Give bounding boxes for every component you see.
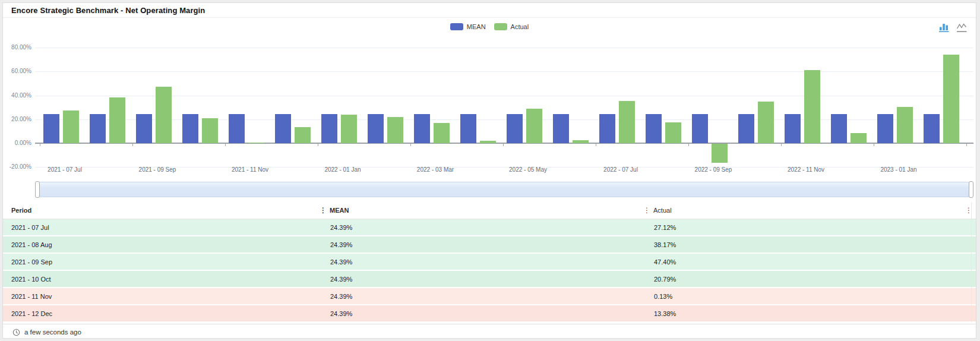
mean-bar[interactable] <box>692 114 708 143</box>
title-bar: Encore Strategic Benchmark - Net Operati… <box>3 3 976 18</box>
mean-bar[interactable] <box>43 114 59 143</box>
mean-bar[interactable] <box>831 114 847 143</box>
cell-mean: 24.39% <box>318 241 642 248</box>
column-menu-icon[interactable]: ⋮ <box>318 206 328 214</box>
column-header-actual[interactable]: ⋮ Actual ⋮ <box>642 206 976 214</box>
x-axis-tick <box>874 144 874 146</box>
mean-bar[interactable] <box>924 114 940 143</box>
mean-bar[interactable] <box>738 114 754 143</box>
actual-bar[interactable] <box>665 122 681 143</box>
slider-right-handle[interactable] <box>969 181 973 198</box>
mean-bar[interactable] <box>90 114 106 143</box>
x-axis-tick <box>410 144 411 146</box>
column-menu-icon[interactable]: ⋮ <box>642 206 652 214</box>
x-axis-label: 2021 - 07 Jul <box>32 166 97 173</box>
cell-period: 2021 - 12 Dec <box>3 310 318 317</box>
x-axis-tick <box>688 144 689 146</box>
actual-bar[interactable] <box>480 141 496 143</box>
actual-bar[interactable] <box>63 110 79 143</box>
cell-mean: 24.39% <box>318 224 642 231</box>
actual-bar[interactable] <box>897 107 913 143</box>
actual-bar[interactable] <box>156 87 172 143</box>
x-axis-tick <box>225 144 226 146</box>
table-menu-icon[interactable]: ⋮ <box>964 206 973 214</box>
actual-bar[interactable] <box>804 70 820 143</box>
table-row[interactable]: 2021 - 09 Sep24.39%47.40% <box>3 254 976 271</box>
y-axis-tick-label: 80.00% <box>3 45 31 50</box>
x-axis-label: 2023 - 01 Jan <box>866 166 931 173</box>
actual-bar[interactable] <box>434 123 450 143</box>
actual-bar[interactable] <box>619 101 635 143</box>
cell-actual: 20.79% <box>642 276 976 283</box>
actual-bar[interactable] <box>573 140 589 143</box>
bar-chart-view-icon[interactable] <box>938 22 950 33</box>
cell-mean: 24.39% <box>318 258 642 266</box>
legend-item-mean[interactable]: MEAN <box>450 23 486 30</box>
actual-bar[interactable] <box>387 117 403 143</box>
x-axis-label: 2022 - 01 Jan <box>310 166 375 173</box>
y-axis-tick-label: 40.00% <box>3 93 31 99</box>
x-axis-label: 2022 - 07 Jul <box>588 166 653 173</box>
table-row[interactable]: 2021 - 11 Nov24.39%0.13% <box>3 288 976 305</box>
mean-bar[interactable] <box>646 114 662 143</box>
actual-bar[interactable] <box>248 143 264 143</box>
chart-legend: MEANActual <box>3 23 976 30</box>
actual-bar[interactable] <box>295 127 311 143</box>
column-header-period[interactable]: Period <box>3 207 318 214</box>
mean-bar[interactable] <box>877 114 893 143</box>
x-axis-tick <box>503 144 504 146</box>
clock-icon <box>12 329 20 336</box>
status-bar: a few seconds ago <box>3 324 976 339</box>
x-axis-label: 2022 - 03 Mar <box>403 166 468 173</box>
actual-bar[interactable] <box>712 144 728 163</box>
mean-bar[interactable] <box>599 114 615 143</box>
table-row[interactable]: 2021 - 10 Oct24.39%20.79% <box>3 271 976 288</box>
last-updated-text: a few seconds ago <box>24 329 81 336</box>
cell-actual: 13.38% <box>642 310 976 317</box>
actual-bar[interactable] <box>943 55 959 143</box>
cell-actual: 38.17% <box>642 241 976 248</box>
chart-area: MEANActual 80.00%60.00%40. <box>3 18 976 179</box>
actual-bar[interactable] <box>758 102 774 143</box>
actual-bar[interactable] <box>109 97 125 143</box>
x-axis-label: 2021 - 09 Sep <box>125 166 190 173</box>
actual-bar[interactable] <box>526 109 542 143</box>
y-axis-tick-label: 20.00% <box>3 116 31 122</box>
x-axis-tick <box>318 144 318 146</box>
mean-bar[interactable] <box>368 114 384 143</box>
table-row[interactable]: 2021 - 12 Dec24.39%13.38% <box>3 305 976 323</box>
mean-bar[interactable] <box>553 114 569 143</box>
mean-bar[interactable] <box>414 114 430 143</box>
actual-bar[interactable] <box>851 133 867 143</box>
cell-actual: 0.13% <box>642 293 976 300</box>
legend-label: MEAN <box>467 23 486 30</box>
x-axis-label: 2022 - 05 May <box>495 166 561 173</box>
data-table: Period ⋮ MEAN ⋮ Actual ⋮ 2021 - 07 Jul24… <box>3 202 976 323</box>
cell-actual: 47.40% <box>642 258 976 266</box>
mean-bar[interactable] <box>136 114 152 143</box>
mean-bar[interactable] <box>460 114 476 143</box>
actual-bar[interactable] <box>341 115 357 143</box>
legend-item-actual[interactable]: Actual <box>494 23 529 30</box>
legend-swatch <box>450 23 463 30</box>
mean-bar[interactable] <box>507 114 523 143</box>
table-row[interactable]: 2021 - 08 Aug24.39%38.17% <box>3 236 976 254</box>
x-axis-tick <box>966 144 967 146</box>
mean-bar[interactable] <box>275 114 291 143</box>
line-chart-view-icon[interactable] <box>956 22 968 33</box>
column-header-mean[interactable]: ⋮ MEAN <box>318 206 642 214</box>
actual-bar[interactable] <box>202 118 218 143</box>
column-label: Actual <box>653 207 672 214</box>
chart-range-slider[interactable] <box>35 182 973 197</box>
y-gridline <box>35 96 973 96</box>
table-scrollbar-track[interactable] <box>971 202 972 323</box>
mean-bar[interactable] <box>182 114 198 143</box>
slider-left-handle[interactable] <box>35 181 40 198</box>
table-row[interactable]: 2021 - 07 Jul24.39%27.12% <box>3 219 976 236</box>
mean-bar[interactable] <box>321 114 337 143</box>
cell-period: 2021 - 08 Aug <box>3 241 318 248</box>
mean-bar[interactable] <box>785 114 801 143</box>
cell-actual: 27.12% <box>642 224 976 231</box>
mean-bar[interactable] <box>229 114 245 143</box>
table-body: 2021 - 07 Jul24.39%27.12%2021 - 08 Aug24… <box>3 219 976 323</box>
